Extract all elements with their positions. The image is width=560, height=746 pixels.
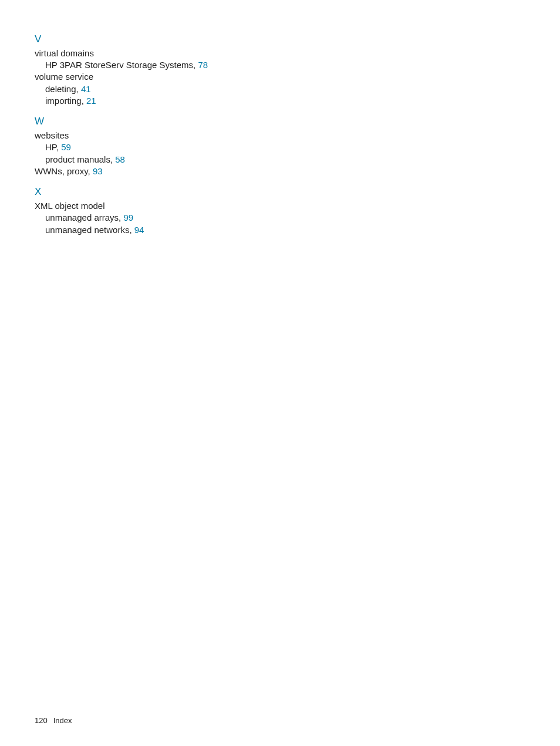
index-subentry: importing, 21: [45, 95, 281, 107]
index-subentry-text: importing,: [45, 96, 86, 106]
page-number: 120: [35, 715, 48, 726]
index-entry: XML object model: [35, 200, 281, 212]
page-link[interactable]: 78: [198, 60, 208, 70]
index-subentry: HP 3PAR StoreServ Storage Systems, 78: [45, 59, 281, 71]
index-subentry: unmanaged networks, 94: [45, 224, 281, 236]
index-subentry-text: unmanaged networks,: [45, 225, 134, 235]
page-link[interactable]: 41: [81, 84, 91, 94]
index-section-v: V virtual domains HP 3PAR StoreServ Stor…: [35, 33, 281, 107]
page-link[interactable]: 59: [61, 142, 71, 152]
index-entry: virtual domains: [35, 48, 281, 59]
index-subentry-text: product manuals,: [45, 154, 115, 164]
index-entry: websites: [35, 130, 281, 141]
index-subentry-text: deleting,: [45, 84, 81, 94]
index-content: V virtual domains HP 3PAR StoreServ Stor…: [0, 0, 281, 236]
page-link[interactable]: 58: [115, 154, 125, 164]
index-subentry: HP, 59: [45, 141, 281, 153]
index-section-x: X XML object model unmanaged arrays, 99 …: [35, 185, 281, 236]
letter-heading-v: V: [35, 33, 281, 46]
index-section-w: W websites HP, 59 product manuals, 58 WW…: [35, 115, 281, 177]
index-subentry: unmanaged arrays, 99: [45, 212, 281, 224]
page-link[interactable]: 99: [123, 212, 133, 222]
page-footer: 120Index: [35, 715, 72, 726]
footer-section-label: Index: [53, 716, 72, 725]
letter-heading-w: W: [35, 115, 281, 129]
page-link[interactable]: 21: [86, 96, 96, 106]
index-entry-text: WWNs, proxy,: [35, 166, 93, 176]
page-link[interactable]: 93: [93, 166, 103, 176]
index-entry: WWNs, proxy, 93: [35, 166, 281, 177]
index-subentry-text: HP 3PAR StoreServ Storage Systems,: [45, 60, 198, 70]
letter-heading-x: X: [35, 185, 281, 199]
index-subentry: product manuals, 58: [45, 154, 281, 166]
index-subentry-text: unmanaged arrays,: [45, 212, 123, 222]
index-subentry-text: HP,: [45, 142, 61, 152]
index-entry: volume service: [35, 71, 281, 83]
page-link[interactable]: 94: [134, 225, 144, 235]
index-subentry: deleting, 41: [45, 83, 281, 95]
